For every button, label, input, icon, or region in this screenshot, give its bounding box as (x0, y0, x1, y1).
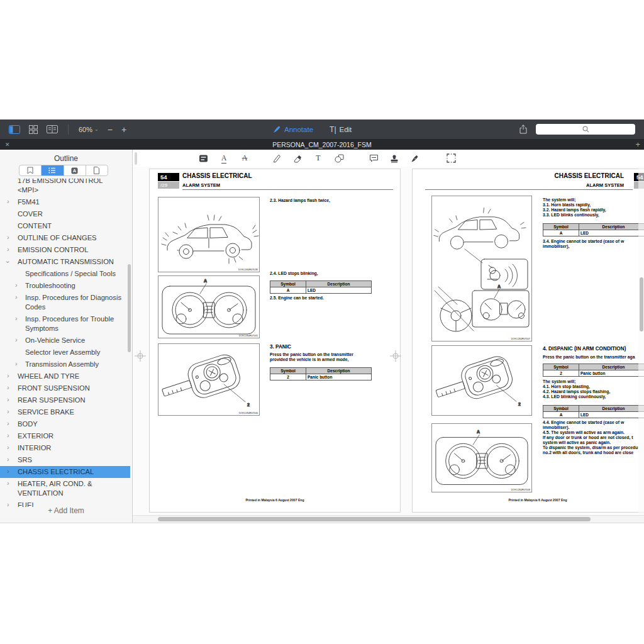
outline-item[interactable]: › WHEEL AND TYRE (0, 370, 130, 382)
outline-item-label: Insp. Procedures for Trouble Symptoms (25, 315, 114, 332)
table-header-symbol: Symbol (543, 406, 579, 412)
tab-close-button[interactable]: ✕ (5, 142, 10, 148)
sidebar-toggle-button[interactable] (9, 125, 20, 134)
subsection-title: ALARM SYSTEM (182, 182, 220, 188)
outline-item[interactable]: › Insp. Procedures for Diagnosis Codes (0, 292, 130, 313)
outline-item[interactable]: › EMISSION CONTROL (0, 244, 130, 256)
chevron-right-icon[interactable]: › (15, 280, 18, 290)
underline-tool-button[interactable]: A (219, 153, 229, 164)
outline-item[interactable]: › CHASSIS ELECTRICAL (0, 466, 130, 478)
strikeout-tool-button[interactable]: A (240, 153, 250, 164)
search-input[interactable] (536, 124, 635, 135)
annotate-mode-button[interactable]: Annotate (273, 125, 313, 133)
chevron-right-icon[interactable]: › (15, 314, 18, 323)
outline-item[interactable]: › 17B EMISSION CONTROL <MPI> (0, 179, 130, 196)
chevron-right-icon[interactable]: › (7, 443, 9, 452)
shapes-tool-button[interactable] (334, 153, 344, 164)
table-header-description: Description (306, 368, 372, 374)
paragraph: The system will;3.1. Horn blasts rapidly… (543, 197, 644, 218)
outline-item[interactable]: › INTERIOR (0, 442, 130, 454)
share-icon (519, 125, 527, 134)
horizontal-scrollbar-thumb[interactable] (158, 517, 591, 521)
stamp-icon (390, 154, 399, 163)
chevron-right-icon[interactable]: › (7, 431, 9, 440)
outline-item-label: CONTENT (18, 222, 52, 230)
chevron-right-icon[interactable]: › (7, 245, 9, 254)
two-page-view-button[interactable] (47, 125, 58, 133)
tab-outline[interactable] (42, 165, 64, 175)
plus-icon: + (48, 506, 52, 515)
sidebar-scrollbar[interactable] (128, 264, 131, 352)
outline-item[interactable]: › On-Vehicle Service (0, 335, 130, 347)
figure-caption: DOKC0S4R07008 (511, 489, 530, 491)
signature-tool-button[interactable] (410, 153, 420, 164)
stamp-tool-button[interactable] (389, 153, 399, 164)
paragraph-line: system will active as panic again. (543, 440, 644, 445)
sidebar-resize-handle[interactable] (135, 152, 137, 165)
page-right: CHASSIS ELECTRICAL ALARM SYSTEM 54 (412, 169, 644, 513)
chevron-right-icon[interactable]: › (7, 197, 9, 206)
outline-item[interactable]: › HEATER, AIR COND. & VENTILATION (0, 478, 130, 499)
outline-item[interactable]: › EXTERIOR (0, 430, 130, 442)
chevron-right-icon[interactable]: › (7, 233, 9, 242)
eraser-tool-button[interactable] (292, 153, 303, 164)
chevron-right-icon[interactable]: › (15, 335, 18, 345)
text-tool-button[interactable]: T (313, 153, 323, 164)
section-heading: 3. PANIC (270, 344, 374, 350)
chevron-right-icon[interactable]: › (3, 261, 13, 264)
outline-item[interactable]: › CONTENT (0, 220, 130, 232)
chevron-right-icon[interactable]: › (7, 419, 9, 428)
tab-pages[interactable] (86, 165, 108, 175)
outline-item[interactable]: › COVER (0, 208, 130, 220)
chevron-right-icon[interactable]: › (15, 359, 18, 369)
edit-mode-button[interactable]: T| Edit (330, 125, 352, 134)
outline-item[interactable]: › Transmission Assembly (0, 358, 130, 370)
vertical-scrollbar[interactable] (638, 167, 644, 516)
outline-item[interactable]: › BODY (0, 418, 130, 430)
zoom-in-button[interactable]: + (121, 125, 126, 134)
chevron-right-icon[interactable]: › (7, 455, 9, 464)
zoom-level-dropdown[interactable]: 60% ⌄ (79, 126, 99, 133)
tab-annotations[interactable]: A (64, 165, 86, 175)
thumbnails-view-button[interactable] (29, 125, 38, 134)
chevron-right-icon[interactable]: › (7, 371, 9, 380)
note-tool-button[interactable] (369, 153, 379, 164)
outline-item[interactable]: › AUTOMATIC TRANSMISSION (0, 256, 130, 268)
outline-item[interactable]: › OUTLINE OF CHANGES (0, 232, 130, 244)
shapes-icon (335, 154, 344, 163)
annotations-icon: A (71, 167, 78, 174)
horizontal-scrollbar[interactable] (133, 515, 644, 523)
chevron-right-icon[interactable]: › (15, 292, 18, 302)
paragraph: Press the panic button on the transmitte… (270, 352, 374, 362)
outline-item[interactable]: › SRS (0, 454, 130, 466)
vertical-scrollbar-thumb[interactable] (640, 277, 643, 331)
share-button[interactable] (519, 125, 527, 134)
text-edit-icon: T| (330, 125, 336, 134)
page-left: 54 /29 CHASSIS ELECTRICAL ALARM SYSTEM (149, 169, 401, 513)
document-tab[interactable]: PERSONA_CM_2007-2016_FSM (0, 141, 644, 148)
chevron-right-icon[interactable]: › (7, 395, 9, 404)
registration-mark (390, 350, 401, 362)
outline-item[interactable]: › Troubleshooting (0, 280, 130, 292)
outline-item[interactable]: › Insp. Procedures for Trouble Symptoms (0, 313, 130, 335)
outline-item[interactable]: › F5M41 (0, 196, 130, 208)
new-tab-button[interactable]: + (635, 140, 640, 149)
outline-item[interactable]: › Specifications / Special Tools (0, 268, 130, 280)
pencil-tool-button[interactable] (272, 153, 282, 164)
add-item-button[interactable]: + Add Item (0, 506, 132, 515)
select-area-tool-button[interactable] (446, 153, 456, 164)
outline-item[interactable]: › SERVICE BRAKE (0, 406, 130, 418)
chevron-down-icon: ⌄ (94, 126, 99, 132)
fountain-pen-icon (411, 154, 419, 163)
highlight-tool-button[interactable] (198, 153, 208, 164)
outline-item[interactable]: › REAR SUSPENSION (0, 394, 130, 406)
tab-bookmarks[interactable] (19, 165, 42, 175)
chevron-right-icon[interactable]: › (7, 467, 9, 476)
tab-bar: ✕ PERSONA_CM_2007-2016_FSM + (0, 139, 644, 150)
zoom-out-button[interactable]: − (108, 125, 113, 134)
chevron-right-icon[interactable]: › (7, 383, 9, 392)
outline-item[interactable]: › FRONT SUSPENSION (0, 382, 130, 394)
outline-item[interactable]: › Selector lever Assembly (0, 347, 130, 358)
chevron-right-icon[interactable]: › (7, 479, 9, 488)
chevron-right-icon[interactable]: › (7, 407, 9, 416)
